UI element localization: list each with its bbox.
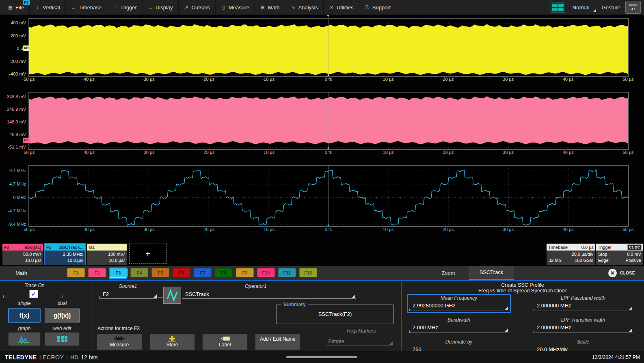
trace-descriptor-f2[interactable]: F2abs(M1)50.0 mV/10.0 µs/ xyxy=(2,244,43,264)
timebase-values: 20.0 µs/div32 MS160 GS/s xyxy=(547,251,595,265)
add-trace-button[interactable]: + xyxy=(129,244,166,264)
menu-item-support[interactable]: ⓘSupport xyxy=(359,0,397,15)
field-value[interactable]: 2.000000 MHz xyxy=(534,302,633,311)
math-trace-button-f5[interactable]: F5 xyxy=(151,268,169,277)
menu-item-analysis[interactable]: ∿Analysis xyxy=(285,0,324,15)
trace-level-badge-f2[interactable]: F2 xyxy=(23,138,30,143)
trace-descriptor-header: M1 xyxy=(87,244,127,251)
field-lpf-transition-width[interactable]: LPF Transition width 2.000000 MHz xyxy=(531,316,635,335)
label-button[interactable]: Label xyxy=(202,334,248,350)
selected-trace-underline xyxy=(109,278,127,279)
operator1-dropdown[interactable]: SSCTrack xyxy=(182,291,356,299)
menu-item-math[interactable]: ⊞Math xyxy=(255,0,285,15)
menu-item-timebase[interactable]: ↔Timebase xyxy=(66,0,108,15)
math-trace-button-f12[interactable]: F12 xyxy=(299,268,317,277)
trace-level-badge-f3[interactable]: F3 xyxy=(23,0,30,5)
help-markers-label: Help Markers xyxy=(329,328,394,334)
field-value[interactable]: 2.992800000 GHz xyxy=(409,302,508,311)
math-trace-button-f2[interactable]: F2 xyxy=(88,268,106,277)
trace-on-checkbox[interactable]: ✓ xyxy=(29,290,38,298)
field-label: LPF Transition width xyxy=(534,317,633,324)
field-mean-frequency[interactable]: Mean Frequency 2.992800000 GHz xyxy=(407,294,511,313)
y-axis-tick: 4.7 MHz xyxy=(1,181,26,187)
support-icon: ⓘ xyxy=(365,4,370,11)
timebase-summary-box[interactable]: Timebase0.0 µs20.0 µs/div32 MS160 GS/s xyxy=(547,244,595,264)
x-axis-tick: -50 µs xyxy=(14,77,43,82)
close-button[interactable]: CLOSE xyxy=(620,271,635,275)
trigger-position-marker: ▼ xyxy=(326,15,330,18)
menu-item-label: Utilities xyxy=(337,4,354,11)
measure-button[interactable]: Measure xyxy=(97,334,142,350)
source1-label: Source1 xyxy=(102,283,154,289)
display-mode-dropdown[interactable]: Normal xyxy=(570,2,597,13)
trigger-summary-box[interactable]: TriggerC1 DCStop0.0 mVEdgePositive xyxy=(596,244,643,264)
math-trace-button-f10[interactable]: F10 xyxy=(257,268,275,277)
trigger-icon: ↑ xyxy=(112,5,118,10)
button-label: Label xyxy=(203,342,247,348)
trace-descriptor-f3[interactable]: F3SSCTrack...2.35 MHz/10.0 µs/ xyxy=(45,244,85,264)
field-value[interactable]: 2.000 MHz xyxy=(409,324,508,333)
ssctrack-operator-icon xyxy=(166,289,179,302)
undo-button[interactable]: Undo ↶ xyxy=(625,1,641,14)
menu-item-label: Trigger xyxy=(120,4,137,11)
math-trace-button-f7[interactable]: F7 xyxy=(194,268,212,277)
menu-item-cursors[interactable]: ↗Cursors xyxy=(179,0,216,15)
trace-title: abs(M1) xyxy=(24,245,41,250)
trigger-title: Trigger xyxy=(598,245,612,250)
source1-dropdown[interactable]: F2 xyxy=(99,291,157,299)
trace-level-badge-m1[interactable]: M1 xyxy=(23,45,30,51)
section-divider xyxy=(93,281,93,351)
y-axis-tick: -4.7 MHz xyxy=(1,208,26,214)
menu-item-label: Math xyxy=(268,4,280,11)
trace-descriptor-values: 100 mV/10.0 µs/ xyxy=(87,251,127,265)
web-edit-label: web edit xyxy=(45,326,80,331)
field-value[interactable]: 2.000000 MHz xyxy=(534,324,633,333)
operator-icon-box[interactable] xyxy=(163,287,181,304)
x-axis-tick: 40 µs xyxy=(554,227,582,232)
oscilloscope-app: ▤File↕Vertical↔Timebase↑Trigger▭Display↗… xyxy=(0,0,644,363)
math-trace-button-f4[interactable]: F4 xyxy=(130,268,148,277)
tab-zoom[interactable]: Zoom xyxy=(431,266,465,280)
dual-gfx-button[interactable]: g(f(x)) xyxy=(45,308,80,323)
menu-item-label: Timebase xyxy=(79,4,102,11)
x-axis-tick: -10 µs xyxy=(254,227,283,232)
trigger-kind: Edge xyxy=(598,257,609,264)
store-button[interactable]: Store xyxy=(149,334,195,350)
math-trace-button-f1[interactable]: F1 xyxy=(67,268,85,277)
field-lpf-passband-width[interactable]: LPF Passband width 2.000000 MHz xyxy=(531,294,635,313)
summary-label: Summary xyxy=(281,302,308,307)
math-trace-button-f9[interactable]: F9 xyxy=(236,268,254,277)
x-axis-tick: 10 µs xyxy=(374,150,402,155)
dual-label: dual xyxy=(45,300,80,306)
single-fx-button[interactable]: f(x) xyxy=(8,308,41,323)
close-icon[interactable]: ✕ xyxy=(608,269,617,277)
math-trace-button-f11[interactable]: F11 xyxy=(278,268,296,277)
field-bandwidth[interactable]: Bandwidth 2.000 MHz xyxy=(407,316,511,335)
menu-item-display[interactable]: ▭Display xyxy=(143,0,179,15)
gesture-button[interactable]: Gesture xyxy=(602,4,620,11)
add-edit-name-button[interactable]: Add / Edit Name xyxy=(255,334,300,350)
label-tag-icon xyxy=(219,335,231,342)
graph-button[interactable] xyxy=(8,332,41,346)
trigger-time-marker: ▲ xyxy=(327,224,330,227)
trace-descriptor-m1[interactable]: M1100 mV/10.0 µs/ xyxy=(87,244,127,264)
brand-teledyne: TELEDYNE xyxy=(5,354,37,361)
math-trace-button-f8[interactable]: F8 xyxy=(215,268,233,277)
x-axis-tick: -20 µs xyxy=(194,227,223,232)
x-axis-tick: -50 µs xyxy=(14,150,43,155)
grid-layout-button[interactable] xyxy=(551,2,565,13)
datetime-label: 12/3/2024 4:21:57 PM xyxy=(592,354,640,360)
menu-item-trigger[interactable]: ↑Trigger xyxy=(107,0,143,15)
web-edit-button[interactable] xyxy=(45,332,80,346)
horizontal-scale-value: 10.0 µs/ xyxy=(89,257,125,264)
math-trace-button-f6[interactable]: F6 xyxy=(173,268,190,277)
trigger-source-badge: C1 DC xyxy=(627,244,642,250)
scroll-indicator[interactable] xyxy=(286,356,357,358)
tab-ssctrack[interactable]: SSCTrack xyxy=(469,266,514,280)
menu-item-utilities[interactable]: ✕Utilities xyxy=(324,0,359,15)
math-trace-button-f3[interactable]: F3 xyxy=(109,268,127,277)
trigger-header: TriggerC1 DC xyxy=(596,244,643,251)
menu-item-vertical[interactable]: ↕Vertical xyxy=(30,0,66,15)
help-markers-dropdown[interactable]: Simple xyxy=(325,338,393,346)
menu-item-measure[interactable]: ▯Measure xyxy=(216,0,255,15)
